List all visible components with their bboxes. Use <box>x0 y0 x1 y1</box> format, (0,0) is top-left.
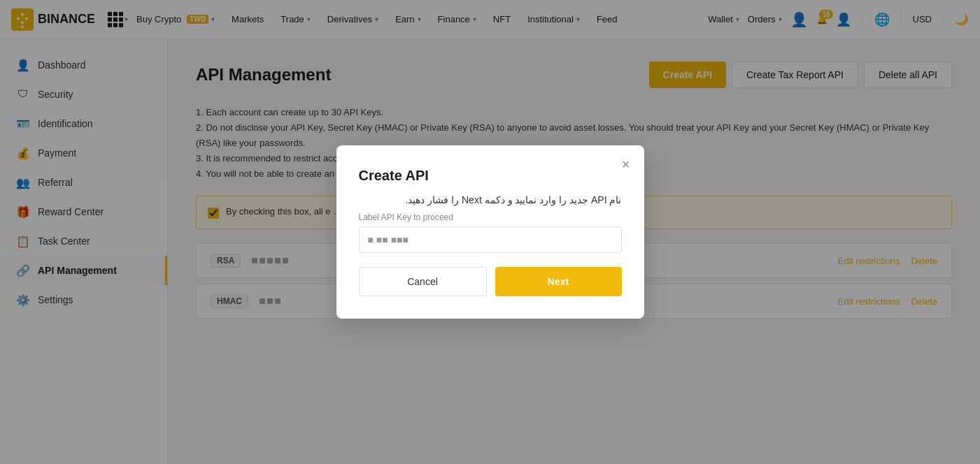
modal-title: Create API <box>359 168 622 184</box>
modal-actions: Cancel Next <box>359 267 622 296</box>
modal-next-button[interactable]: Next <box>495 267 622 296</box>
modal-input-label: Label API Key to proceed <box>359 212 622 222</box>
api-key-label-input[interactable] <box>359 226 622 253</box>
create-api-modal: × Create API نام API جدید را وارد نمایید… <box>336 145 644 318</box>
modal-cancel-button[interactable]: Cancel <box>359 267 487 296</box>
modal-overlay[interactable]: × Create API نام API جدید را وارد نمایید… <box>0 0 980 464</box>
modal-description: نام API جدید را وارد نمایید و دکمه Next … <box>359 192 622 208</box>
modal-close-button[interactable]: × <box>622 157 630 173</box>
